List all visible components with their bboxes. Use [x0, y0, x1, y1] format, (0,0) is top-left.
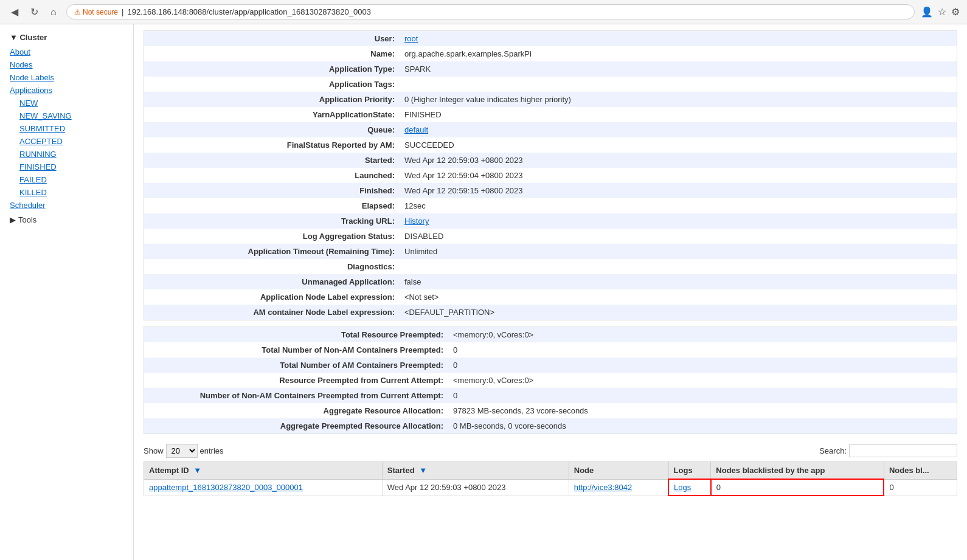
- app-info-value-18: <DEFAULT_PARTITION>: [400, 305, 957, 320]
- resource-value-1: 0: [448, 342, 957, 358]
- resource-label-4: Number of Non-AM Containers Preempted fr…: [144, 388, 448, 403]
- app-info-value-10: Wed Apr 12 20:59:15 +0800 2023: [400, 183, 957, 198]
- entries-section: Show 20 50 100 entries Search:: [144, 440, 957, 496]
- resource-info-table: Total Resource Preempted:<memory:0, vCor…: [144, 327, 957, 434]
- col-started[interactable]: Started ▼: [382, 462, 569, 480]
- app-info-label-15: Diagnostics:: [144, 259, 400, 274]
- app-info-label-0: User:: [144, 31, 400, 46]
- star-icon[interactable]: ☆: [938, 6, 946, 18]
- app-info-link-0[interactable]: root: [404, 34, 418, 43]
- app-info-value-15: [400, 259, 957, 274]
- app-info-label-11: Elapsed:: [144, 198, 400, 213]
- sort-arrow-attempt: ▼: [193, 466, 201, 475]
- browser-actions: 👤 ☆ ⚙: [921, 6, 960, 18]
- show-entries: Show 20 50 100 entries: [144, 444, 224, 458]
- sidebar-item-submitted[interactable]: SUBMITTED: [0, 122, 133, 135]
- app-info-label-2: Application Type:: [144, 61, 400, 77]
- address-bar[interactable]: ⚠ Not secure | 192.168.186.148:8088/clus…: [66, 4, 915, 19]
- app-info-value-14: Unlimited: [400, 244, 957, 259]
- sidebar-item-new-saving[interactable]: NEW_SAVING: [0, 109, 133, 122]
- app-info-label-6: Queue:: [144, 122, 400, 137]
- app-info-label-4: Application Priority:: [144, 92, 400, 107]
- entries-select[interactable]: 20 50 100: [166, 444, 198, 458]
- app-info-value-2: SPARK: [400, 61, 957, 77]
- app-info-label-12: Tracking URL:: [144, 213, 400, 229]
- app-info-label-3: Application Tags:: [144, 77, 400, 92]
- separator: |: [122, 7, 123, 16]
- app-container: ▼ Cluster About Nodes Node Labels Applic…: [0, 24, 967, 560]
- sidebar-tools[interactable]: ▶ Tools: [0, 212, 133, 228]
- sidebar-item-new[interactable]: NEW: [0, 97, 133, 109]
- app-info-value-5: FINISHED: [400, 107, 957, 122]
- resource-value-2: 0: [448, 358, 957, 373]
- search-input[interactable]: [849, 444, 957, 457]
- node-link[interactable]: http://vice3:8042: [574, 483, 632, 492]
- col-attempt-id[interactable]: Attempt ID ▼: [144, 462, 383, 480]
- app-info-label-18: AM container Node Label expression:: [144, 305, 400, 320]
- sidebar-item-failed[interactable]: FAILED: [0, 173, 133, 186]
- resource-label-6: Aggregate Preempted Resource Allocation:: [144, 418, 448, 434]
- app-info-link-6[interactable]: default: [404, 125, 428, 134]
- browser-bar: ◀ ↻ ⌂ ⚠ Not secure | 192.168.186.148:808…: [0, 0, 967, 24]
- col-logs: Logs: [668, 462, 711, 480]
- home-button[interactable]: ⌂: [47, 5, 60, 19]
- resource-value-0: <memory:0, vCores:0>: [448, 327, 957, 342]
- app-info-label-14: Application Timeout (Remaining Time):: [144, 244, 400, 259]
- reload-button[interactable]: ↻: [27, 5, 42, 19]
- attempt-id-cell: appattempt_1681302873820_0003_000001: [144, 479, 383, 496]
- app-info-value-4: 0 (Higher Integer value indicates higher…: [400, 92, 957, 107]
- tools-arrow-icon: ▶: [10, 215, 16, 224]
- search-box: Search:: [819, 444, 957, 457]
- entries-label: entries: [200, 446, 224, 455]
- node-cell: http://vice3:8042: [569, 479, 668, 496]
- attempt-id-link[interactable]: appattempt_1681302873820_0003_000001: [149, 483, 303, 492]
- sort-arrow-started: ▼: [419, 466, 427, 475]
- app-info-value-8: Wed Apr 12 20:59:03 +0800 2023: [400, 153, 957, 168]
- logs-link[interactable]: Logs: [674, 483, 691, 492]
- app-info-label-13: Log Aggregation Status:: [144, 229, 400, 244]
- tools-label: Tools: [18, 215, 36, 224]
- resource-label-0: Total Resource Preempted:: [144, 327, 448, 342]
- show-label: Show: [144, 446, 164, 455]
- main-content: User:rootName:org.apache.spark.examples.…: [134, 24, 967, 560]
- sidebar-item-nodes[interactable]: Nodes: [0, 58, 133, 71]
- app-info-section: User:rootName:org.apache.spark.examples.…: [144, 30, 957, 320]
- resource-label-5: Aggregate Resource Allocation:: [144, 403, 448, 418]
- logs-cell: Logs: [668, 479, 711, 496]
- search-label: Search:: [819, 446, 847, 455]
- sidebar: ▼ Cluster About Nodes Node Labels Applic…: [0, 24, 134, 560]
- sidebar-item-running[interactable]: RUNNING: [0, 148, 133, 161]
- app-info-value-0: root: [400, 31, 957, 46]
- app-info-value-16: false: [400, 274, 957, 289]
- app-info-value-3: [400, 77, 957, 92]
- sidebar-item-node-labels[interactable]: Node Labels: [0, 71, 133, 84]
- app-info-link-12[interactable]: History: [404, 216, 429, 226]
- app-info-value-12: History: [400, 213, 957, 229]
- col-nodes-blacklisted: Nodes blacklisted by the app: [711, 462, 884, 480]
- app-info-label-17: Application Node Label expression:: [144, 289, 400, 305]
- sidebar-item-killed[interactable]: KILLED: [0, 186, 133, 199]
- resource-label-2: Total Number of AM Containers Preempted:: [144, 358, 448, 373]
- back-button[interactable]: ◀: [7, 5, 22, 19]
- col-nodes-bl2: Nodes bl...: [884, 462, 957, 480]
- entries-controls: Show 20 50 100 entries Search:: [144, 440, 957, 461]
- cluster-title: ▼ Cluster: [0, 29, 133, 46]
- resource-label-1: Total Number of Non-AM Containers Preemp…: [144, 342, 448, 358]
- attempts-table: Attempt ID ▼ Started ▼ Node Logs Nodes b…: [144, 461, 957, 496]
- app-info-value-17: <Not set>: [400, 289, 957, 305]
- col-node: Node: [569, 462, 668, 480]
- app-info-label-8: Started:: [144, 153, 400, 168]
- security-warning: ⚠ Not secure: [74, 8, 118, 16]
- settings-icon[interactable]: ⚙: [951, 6, 960, 18]
- app-info-label-16: Unmanaged Application:: [144, 274, 400, 289]
- cluster-arrow: ▼: [10, 33, 19, 42]
- sidebar-item-applications[interactable]: Applications: [0, 84, 133, 97]
- resource-value-4: 0: [448, 388, 957, 403]
- app-info-value-11: 12sec: [400, 198, 957, 213]
- profile-icon[interactable]: 👤: [921, 6, 933, 18]
- sidebar-item-scheduler[interactable]: Scheduler: [0, 199, 133, 212]
- app-info-label-10: Finished:: [144, 183, 400, 198]
- sidebar-item-finished[interactable]: FINISHED: [0, 161, 133, 173]
- sidebar-item-accepted[interactable]: ACCEPTED: [0, 135, 133, 148]
- sidebar-item-about[interactable]: About: [0, 46, 133, 58]
